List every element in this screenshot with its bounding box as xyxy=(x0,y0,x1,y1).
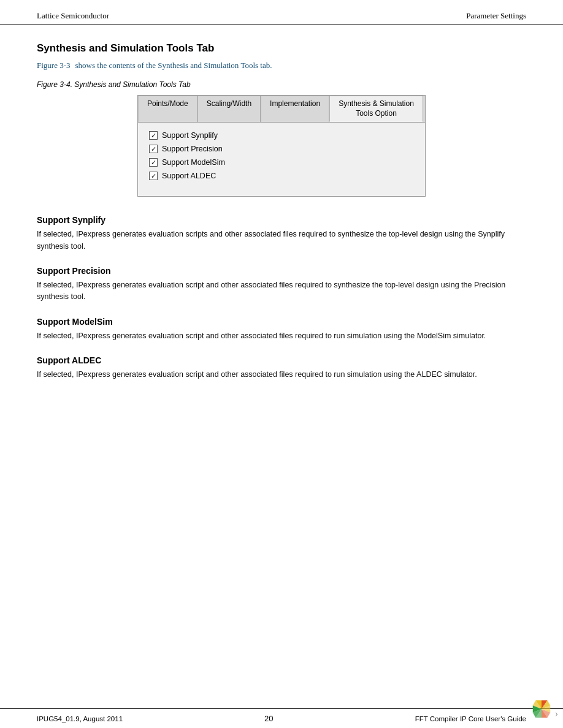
header-right: Parameter Settings xyxy=(466,11,526,21)
footer-center: 20 xyxy=(264,714,273,723)
figure-area: Points/Mode Scaling/Width Implementation… xyxy=(37,95,526,197)
checkbox-precision-label: Support Precision xyxy=(162,145,223,153)
tab-synthesis-simulation[interactable]: Synthesis & SimulationTools Option xyxy=(329,96,423,122)
figure-ref-text: shows the contents of the Synthesis and … xyxy=(75,61,272,70)
checkbox-aldec-label: Support ALDEC xyxy=(162,172,216,180)
tab-content: Support Synplify Support Precision Suppo… xyxy=(138,123,425,196)
footer-left: IPUG54_01.9, August 2011 xyxy=(37,715,123,722)
header-left: Lattice Semiconductor xyxy=(37,11,109,21)
checkbox-synplify-label: Support Synplify xyxy=(162,131,218,140)
checkbox-modelsim[interactable] xyxy=(149,158,158,167)
checkbox-aldec-row: Support ALDEC xyxy=(149,172,414,180)
sub-heading-support-precision: Support Precision xyxy=(37,266,526,276)
page-footer: IPUG54_01.9, August 2011 20 FFT Compiler… xyxy=(0,708,563,728)
checkbox-modelsim-row: Support ModelSim xyxy=(149,158,414,167)
footer-right: FFT Compiler IP Core User's Guide xyxy=(415,715,526,722)
figure-caption: Figure 3-4. Synthesis and Simulation Too… xyxy=(37,80,526,89)
body-paragraph: If selected, IPexpress generates evaluat… xyxy=(37,279,526,303)
checkbox-modelsim-label: Support ModelSim xyxy=(162,158,225,167)
figure-ref-link[interactable]: Figure 3-3 xyxy=(37,61,71,70)
page-header: Lattice Semiconductor Parameter Settings xyxy=(0,0,563,25)
checkbox-precision[interactable] xyxy=(149,145,158,153)
section-heading: Synthesis and Simulation Tools Tab xyxy=(37,42,526,55)
body-paragraph: If selected, IPexpress generates evaluat… xyxy=(37,330,526,342)
tab-implementation[interactable]: Implementation xyxy=(261,96,329,122)
page-content: Synthesis and Simulation Tools Tab Figur… xyxy=(0,25,563,420)
subsections-container: Support SynplifyIf selected, IPexpress g… xyxy=(37,215,526,381)
figure-ref-line: Figure 3-3 shows the contents of the Syn… xyxy=(37,61,526,70)
checkbox-synplify-row: Support Synplify xyxy=(149,131,414,140)
sub-heading-support-aldec: Support ALDEC xyxy=(37,355,526,365)
lattice-logo-area xyxy=(527,695,556,723)
body-paragraph: If selected, IPexpress generates evaluat… xyxy=(37,369,526,381)
body-paragraph: If selected, IPexpress generates evaluat… xyxy=(37,229,526,252)
tab-points-mode[interactable]: Points/Mode xyxy=(138,96,197,122)
sub-heading-support-modelsim: Support ModelSim xyxy=(37,317,526,327)
nav-forward-arrow[interactable]: › xyxy=(555,708,558,719)
sub-heading-support-synplify: Support Synplify xyxy=(37,215,526,225)
checkbox-aldec[interactable] xyxy=(149,172,158,180)
checkbox-synplify[interactable] xyxy=(149,131,158,140)
tab-dialog: Points/Mode Scaling/Width Implementation… xyxy=(137,95,426,197)
lattice-logo xyxy=(530,697,553,721)
tab-bar: Points/Mode Scaling/Width Implementation… xyxy=(138,96,425,123)
tab-scaling-width[interactable]: Scaling/Width xyxy=(197,96,261,122)
checkbox-precision-row: Support Precision xyxy=(149,145,414,153)
